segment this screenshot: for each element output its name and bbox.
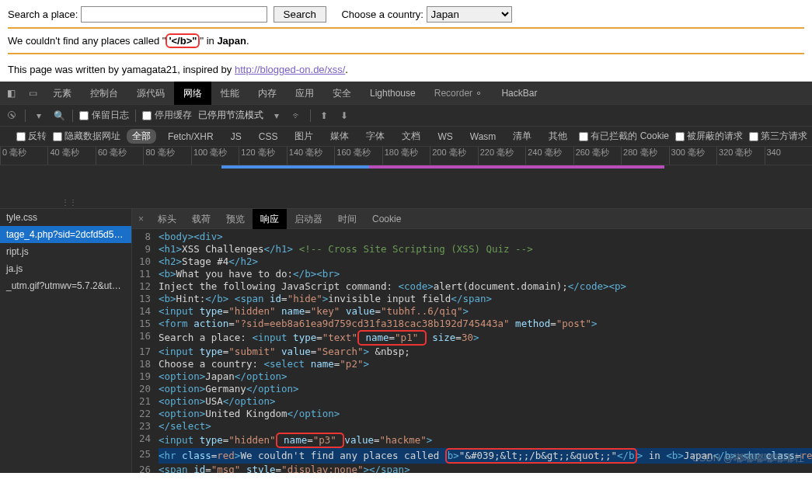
- resize-handle-icon[interactable]: ⋮⋮: [61, 198, 77, 207]
- devtools-tab-2[interactable]: 源代码: [127, 82, 174, 105]
- devtools-tab-4[interactable]: 性能: [211, 82, 249, 105]
- throttle-dropdown[interactable]: 已停用节流模式: [198, 109, 263, 122]
- devtools-tab-1[interactable]: 控制台: [81, 82, 127, 105]
- devtools-tab-3[interactable]: 网络: [174, 82, 211, 105]
- response-tab-3[interactable]: 响应: [253, 209, 287, 229]
- disable-cache-checkbox[interactable]: 停用缓存: [142, 109, 192, 122]
- timeline-tick: 340: [765, 147, 812, 165]
- timeline-tick: 280 毫秒: [621, 147, 668, 165]
- devtools-tab-0[interactable]: 元素: [44, 82, 81, 105]
- response-tab-5[interactable]: 时间: [330, 209, 364, 229]
- network-request[interactable]: tyle.css: [0, 209, 131, 226]
- timeline-tick: 200 毫秒: [430, 147, 477, 165]
- filter-type-0[interactable]: Fetch/XHR: [162, 130, 219, 143]
- response-tab-0[interactable]: 标头: [150, 209, 184, 229]
- preserve-log-checkbox[interactable]: 保留日志: [79, 109, 129, 122]
- search-icon[interactable]: 🔍: [52, 110, 66, 121]
- filter-type-2[interactable]: CSS: [253, 130, 284, 143]
- response-tab-2[interactable]: 预览: [218, 209, 253, 229]
- filter-type-10[interactable]: 其他: [543, 129, 573, 144]
- footer: This page was written by yamagata21, ins…: [8, 64, 804, 75]
- devtools-tab-7[interactable]: 安全: [323, 82, 361, 105]
- upload-icon[interactable]: ⬆: [317, 110, 331, 121]
- network-request[interactable]: ript.js: [0, 243, 131, 260]
- stop-record-icon[interactable]: [5, 110, 19, 121]
- filter-type-3[interactable]: 图片: [289, 129, 319, 144]
- filter-type-1[interactable]: JS: [225, 130, 247, 143]
- timeline-tick: 100 毫秒: [191, 147, 239, 165]
- network-file-list: tyle.csstage_4.php?sid=2dcfd5d5e8...ript…: [0, 209, 132, 473]
- inspect-icon[interactable]: ◧: [0, 88, 22, 99]
- filter-blocked-req[interactable]: 被屏蔽的请求: [675, 130, 743, 143]
- divider: [8, 53, 804, 54]
- wifi-icon[interactable]: ᯤ: [290, 110, 304, 121]
- filter-type-5[interactable]: 字体: [361, 129, 390, 144]
- devtools-panel: ◧ ▭ 元素控制台源代码网络性能内存应用安全LighthouseRecorder…: [0, 82, 812, 473]
- timeline-tick: 260 毫秒: [573, 147, 621, 165]
- timeline-tick: 300 毫秒: [669, 147, 716, 165]
- network-request[interactable]: _utm.gif?utmwv=5.7.2&utms...: [0, 277, 131, 294]
- devtools-tab-5[interactable]: 内存: [249, 82, 286, 105]
- filter-type-4[interactable]: 媒体: [325, 129, 354, 144]
- timeline-tick: 0 毫秒: [0, 147, 47, 165]
- timeline-tick: 160 毫秒: [334, 147, 382, 165]
- choose-label: Choose a country:: [341, 9, 423, 20]
- timeline-tick: 220 毫秒: [478, 147, 525, 165]
- timeline-tick: 320 毫秒: [716, 147, 764, 165]
- divider: [8, 27, 804, 29]
- filter-hide-data[interactable]: 隐藏数据网址: [53, 130, 120, 143]
- devtools-tab-9[interactable]: Recorder ⚬: [425, 82, 493, 105]
- filter-icon[interactable]: ▾: [32, 110, 46, 121]
- highlighted-injection: '</b>": [166, 33, 200, 48]
- timeline-tick: 60 毫秒: [96, 147, 143, 165]
- filter-blocked-cookie[interactable]: 有已拦截的 Cookie: [579, 130, 669, 143]
- network-request[interactable]: ja.js: [0, 260, 131, 277]
- result-message: We couldn't find any places called "'</b…: [8, 35, 804, 47]
- filter-all[interactable]: 全部: [127, 129, 156, 144]
- network-request[interactable]: tage_4.php?sid=2dcfd5d5e8...: [0, 226, 131, 243]
- filter-invert[interactable]: 反转: [16, 130, 47, 143]
- download-icon[interactable]: ⬇: [337, 110, 351, 121]
- search-input[interactable]: [81, 6, 267, 23]
- watermark: CSDN @嘟嘟嘟嘟嘟嘟杜: [692, 451, 804, 465]
- search-button[interactable]: Search: [274, 6, 326, 23]
- filter-type-8[interactable]: Wasm: [465, 130, 502, 143]
- filter-type-9[interactable]: 清单: [507, 129, 537, 144]
- timeline-tick: 180 毫秒: [382, 147, 430, 165]
- timeline-tick: 120 毫秒: [239, 147, 286, 165]
- response-tab-6[interactable]: Cookie: [364, 209, 409, 229]
- response-tab-1[interactable]: 载荷: [184, 209, 218, 229]
- device-icon[interactable]: ▭: [22, 88, 44, 99]
- filter-type-6[interactable]: 文档: [396, 129, 426, 144]
- response-tab-4[interactable]: 启动器: [287, 209, 330, 229]
- response-source: 8<body><div>9<h1>XSS Challenges</h1> <!-…: [132, 229, 812, 473]
- timeline-tick: 140 毫秒: [287, 147, 334, 165]
- devtools-tab-8[interactable]: Lighthouse: [361, 82, 425, 105]
- close-icon[interactable]: ×: [132, 214, 150, 224]
- footer-link[interactable]: http://blogged-on.de/xss/: [235, 64, 345, 75]
- filter-type-7[interactable]: WS: [432, 130, 458, 143]
- chevron-down-icon[interactable]: ▾: [270, 110, 284, 121]
- devtools-tab-10[interactable]: HackBar: [492, 82, 546, 105]
- timeline-tick: 240 毫秒: [525, 147, 573, 165]
- search-label: Search a place:: [8, 9, 78, 20]
- timeline-tick: 40 毫秒: [47, 147, 95, 165]
- filter-third-party[interactable]: 第三方请求: [749, 130, 807, 143]
- devtools-tab-6[interactable]: 应用: [286, 82, 323, 105]
- timeline-tick: 80 毫秒: [143, 147, 190, 165]
- country-select[interactable]: Japan: [427, 6, 512, 23]
